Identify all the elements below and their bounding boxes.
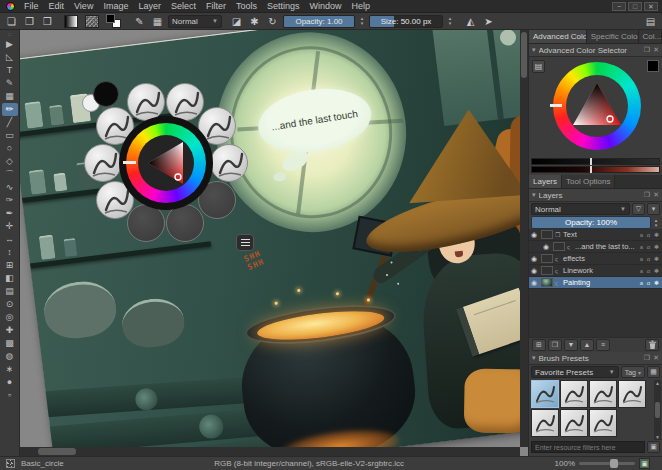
empty-slot[interactable] [127, 204, 165, 242]
menu-item[interactable]: Edit [44, 0, 70, 13]
preset-tag-dropdown[interactable]: Favorite Presets ▼ [531, 366, 619, 378]
maximize[interactable]: □ [628, 2, 642, 11]
delete-layer-button[interactable] [645, 339, 659, 351]
collapse-icon[interactable]: ▾ [532, 191, 536, 199]
layer-opacity-slider[interactable]: Opacity: 100% [531, 216, 651, 229]
layer-property-icons[interactable]: a α ✱ [640, 279, 660, 286]
layer-visibility-icon[interactable]: ◉ [531, 231, 539, 239]
saturation-slider[interactable] [531, 166, 660, 173]
open-document-button[interactable]: ❐ [22, 14, 37, 28]
close[interactable]: ✕ [644, 2, 658, 11]
layer-properties-button[interactable]: ≡ [596, 339, 610, 351]
docker-tab[interactable]: Advanced Color... [529, 30, 587, 43]
preset-chooser-button[interactable]: ▦ [150, 14, 165, 28]
layer-property-icons[interactable]: a α ✱ [640, 231, 660, 238]
opacity-slider[interactable]: Opacity: 1.00 [283, 15, 355, 28]
preset-pen[interactable] [531, 380, 559, 408]
lightness-slider[interactable] [531, 158, 660, 165]
docker-tab[interactable]: Tool Options [562, 175, 615, 188]
minimize[interactable]: − [612, 2, 626, 11]
close-docker-icon[interactable]: ✕ [653, 191, 659, 199]
layer-blending-dropdown[interactable]: Normal ▼ [531, 203, 630, 215]
preset-marker[interactable] [589, 409, 617, 437]
layer-row[interactable]: ◉ ς Painting a α ✱ [529, 277, 662, 289]
select-shapes[interactable]: ▶ [2, 38, 18, 51]
preset-view-mode-button[interactable]: ▦ [647, 366, 660, 378]
preset-fill-brush[interactable] [210, 144, 248, 182]
contiguous-select[interactable]: ∗ [2, 363, 18, 376]
duplicate-layer-button[interactable]: ❐ [548, 339, 562, 351]
menu-item[interactable]: Help [347, 0, 376, 13]
layer-visibility-icon[interactable]: ◉ [531, 255, 539, 263]
rectangle[interactable]: ▭ [2, 129, 18, 142]
eraser-mode-button[interactable]: ◪ [229, 14, 244, 28]
grid[interactable]: ⊞ [2, 259, 18, 272]
toolbox-handle[interactable]: ∷ [8, 31, 11, 38]
save-document-button[interactable]: ❒ [40, 14, 55, 28]
preset-eraser[interactable] [84, 144, 122, 182]
rect-select[interactable]: ▩ [2, 337, 18, 350]
new-document-button[interactable]: ❏ [4, 14, 19, 28]
pattern-edit[interactable]: ▦ [2, 90, 18, 103]
canvas-area[interactable]: ...and the last touch SHH SHH [20, 30, 528, 456]
layer-property-icons[interactable]: a α ✱ [640, 255, 660, 262]
layer-property-icons[interactable]: a α ✱ [640, 267, 660, 274]
horizontal-scrollbar[interactable] [20, 447, 520, 456]
layer-visibility-icon[interactable]: ◉ [531, 279, 539, 287]
preserve-alpha-button[interactable]: ✱ [247, 14, 262, 28]
menu-item[interactable]: Select [166, 0, 201, 13]
layer-property-icons[interactable]: a α ✱ [640, 243, 660, 250]
menu-item[interactable]: Tools [231, 0, 262, 13]
layer-visibility-icon[interactable]: ◉ [543, 243, 551, 251]
preset-airbrush[interactable] [618, 380, 646, 408]
bezier-curve[interactable]: ∿ [2, 181, 18, 194]
layer-row[interactable]: ◉ ς Linework a α ✱ [529, 265, 662, 277]
foreground-background-colors[interactable] [106, 14, 121, 28]
selection-mode-icon[interactable] [6, 459, 15, 468]
fill[interactable]: ◧ [2, 272, 18, 285]
reload-preset-button[interactable]: ↻ [265, 14, 280, 28]
collapse-icon[interactable]: ▾ [532, 354, 536, 362]
scroll-up-icon[interactable]: ▲ [654, 380, 661, 386]
assistants[interactable]: ◎ [2, 311, 18, 324]
docker-tab[interactable]: Layers [529, 175, 562, 188]
docker-tab[interactable]: Col... [639, 30, 662, 43]
menu-item[interactable]: Filter [201, 0, 231, 13]
collapse-icon[interactable]: ▾ [532, 46, 536, 54]
preset-liner[interactable] [589, 380, 617, 408]
menu-item[interactable]: Image [98, 0, 133, 13]
toolbar-overflow-button[interactable]: ▤ [643, 14, 658, 28]
freehand-path[interactable]: ✑ [2, 194, 18, 207]
hue-ring[interactable] [553, 62, 641, 150]
menu-item[interactable]: Window [304, 0, 346, 13]
scroll-down-icon[interactable]: ▼ [654, 434, 661, 440]
opacity-spinner[interactable]: ▴▾ [358, 16, 366, 26]
current-color-swatch[interactable] [647, 60, 659, 72]
layer-visibility-icon[interactable]: ◉ [531, 267, 539, 275]
line[interactable]: ╱ [2, 116, 18, 129]
menu-item[interactable]: Settings [262, 0, 305, 13]
move-layer-down-button[interactable]: ▼ [564, 339, 578, 351]
selector-settings-button[interactable]: ▤ [532, 60, 545, 73]
blending-mode-dropdown[interactable]: Normal ▼ [168, 15, 222, 28]
preset-smudge[interactable] [560, 409, 588, 437]
color-picker[interactable]: ⊙ [2, 298, 18, 311]
text[interactable]: T [2, 64, 18, 77]
layer-row[interactable]: ◉ ς ...and the last to... a α ✱ [529, 241, 662, 253]
polygon[interactable]: ◇ [2, 155, 18, 168]
layer-filter-dropdown[interactable]: ▾ [647, 203, 660, 215]
recent-color-black[interactable] [93, 81, 119, 107]
float-docker-icon[interactable]: ❐ [644, 191, 650, 199]
zoom-fit-button[interactable]: ▣ [639, 458, 650, 469]
resource-filter-input[interactable] [531, 441, 645, 453]
popup-sv-triangle[interactable] [138, 135, 194, 191]
docker-tab[interactable]: Specific Color... [587, 30, 639, 43]
ellipse-select[interactable]: ◍ [2, 350, 18, 363]
brush-editor-button[interactable]: ✎ [132, 14, 147, 28]
popup-hue-ring[interactable] [126, 123, 206, 203]
sv-triangle[interactable] [566, 75, 628, 137]
float-docker-icon[interactable]: ❐ [644, 354, 650, 362]
mirror-vertical-button[interactable]: ➤ [481, 14, 496, 28]
layer-row[interactable]: ◉ ❐ Text a α ✱ [529, 229, 662, 241]
close-docker-icon[interactable]: ✕ [653, 354, 659, 362]
